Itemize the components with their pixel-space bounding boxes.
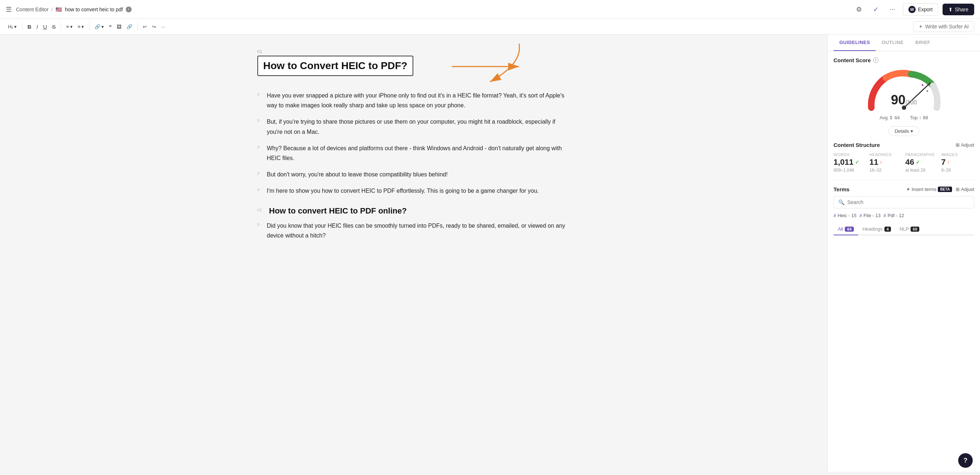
export-button[interactable]: W Export	[903, 3, 938, 16]
tab-outline[interactable]: OUTLINE	[876, 35, 910, 51]
top-label: Top ↑ 88	[910, 115, 928, 120]
para-text: Why? Because a lot of devices and platfo…	[267, 143, 570, 163]
term-tag[interactable]: #Heic - 15	[834, 213, 856, 218]
wp-icon: W	[908, 6, 916, 13]
para-tag: p	[257, 91, 262, 110]
avg-icon: ⇕	[889, 115, 893, 120]
terms-adjust-button[interactable]: ⊞ Adjust	[956, 186, 974, 192]
score-title: Content Score i	[834, 57, 974, 63]
quote-icon: ❝	[109, 24, 111, 29]
content-structure-title: Content Structure	[834, 142, 880, 148]
details-button[interactable]: Details ▾	[888, 126, 919, 136]
hyperlink-button[interactable]: 🔗	[124, 22, 135, 31]
structure-item: IMAGES 7 ↑ 9–26	[941, 152, 974, 173]
info-icon[interactable]: i	[126, 6, 132, 12]
adjust-button[interactable]: ⊞ Adjust	[956, 142, 974, 148]
struct-label: WORDS	[834, 152, 867, 157]
tab-brief[interactable]: BRIEF	[910, 35, 936, 51]
search-box: 🔍	[834, 196, 974, 209]
share-button[interactable]: ⬆ Share	[943, 4, 974, 15]
menu-icon[interactable]: ☰	[6, 5, 12, 13]
term-tag[interactable]: #Pdf - 12	[883, 213, 904, 218]
breadcrumb-sep: /	[52, 6, 53, 12]
struct-value: 11 ↑	[870, 158, 902, 167]
bold-button[interactable]: B	[25, 22, 33, 31]
sidebar-tabs: GUIDELINES OUTLINE BRIEF	[828, 35, 980, 51]
tab-guidelines[interactable]: GUIDELINES	[834, 35, 876, 51]
align-button[interactable]: ≡ ▾	[64, 22, 75, 31]
redo-button[interactable]: ↪	[150, 22, 158, 31]
toolbar-divider-1	[22, 22, 22, 30]
adjust-icon: ⊞	[956, 142, 959, 148]
quote-button[interactable]: ❝	[107, 22, 114, 31]
doc-title: how to convert heic to pdf	[65, 6, 123, 12]
svg-text:✦: ✦	[926, 89, 929, 93]
filter-tab-nlp[interactable]: NLP60	[895, 223, 924, 235]
filter-badge: 60	[911, 226, 919, 232]
settings-button[interactable]: ⚙	[853, 3, 865, 16]
h2-label: h2	[257, 206, 265, 216]
filter-tab-label: All	[838, 226, 843, 232]
up-icon: ↑	[880, 159, 882, 165]
content-structure-header: Content Structure ⊞ Adjust	[834, 142, 974, 148]
search-icon: 🔍	[838, 199, 845, 205]
toolbar-divider-2	[61, 22, 61, 30]
toolbar-divider-4	[137, 22, 138, 30]
strikethrough-button[interactable]: S	[50, 22, 58, 31]
p-label-h2: p	[257, 221, 262, 241]
editor-panel[interactable]: h1 How to Convert HEIC to PDF?	[0, 35, 827, 472]
search-input[interactable]	[847, 199, 969, 205]
score-info-icon[interactable]: i	[873, 57, 878, 63]
h1-section: h1 How to Convert HEIC to PDF?	[257, 49, 570, 83]
gauge-value: 90/100	[891, 92, 917, 108]
para-text: But, if you're trying to share those pic…	[267, 117, 570, 136]
term-tag[interactable]: #File - 13	[859, 213, 880, 218]
share-icon: ⬆	[948, 6, 953, 12]
terms-adjust-icon: ⊞	[956, 186, 959, 192]
h1-title-box[interactable]: How to Convert HEIC to PDF?	[257, 56, 413, 76]
hash-icon: #	[883, 213, 886, 218]
app-name: Content Editor	[16, 6, 49, 12]
underline-button[interactable]: U	[41, 22, 49, 31]
struct-range: 16–32	[870, 168, 902, 173]
structure-item: PARAGRAPHS 46 ✓ at least 26	[905, 152, 939, 173]
up-icon: ↑	[947, 159, 950, 165]
ai-sparkle-icon: ✦	[919, 24, 923, 29]
help-button[interactable]: ?	[958, 453, 973, 468]
insert-terms-button[interactable]: ✦ Insert terms BETA	[906, 186, 952, 192]
para-tag: p	[257, 117, 262, 136]
write-with-ai-button[interactable]: ✦ Write with Surfer AI	[913, 21, 974, 32]
hash-icon: #	[859, 213, 862, 218]
chevron-down-icon-details: ▾	[911, 128, 913, 134]
term-label: Heic - 15	[837, 213, 856, 218]
struct-range: 9–26	[941, 168, 974, 173]
top-navigation: ☰ Content Editor / 🇺🇸 how to convert hei…	[0, 0, 980, 19]
image-button[interactable]: 🖼	[115, 22, 124, 31]
paragraph-block: p Have you ever snapped a picture with y…	[257, 91, 570, 110]
struct-value: 46 ✓	[905, 158, 939, 167]
link-icon: 🔗	[94, 24, 100, 29]
avg-label: Avg ⇕ 64	[880, 115, 900, 120]
link-button[interactable]: 🔗 ▾	[92, 22, 106, 31]
structure-item: WORDS 1,011 ✓ 909–1,046	[834, 152, 867, 173]
flag-icon: 🇺🇸	[56, 6, 62, 12]
toolbar-divider-3	[89, 22, 89, 30]
sidebar-body: Content Score i	[828, 51, 980, 472]
italic-button[interactable]: I	[34, 22, 40, 31]
editor-content: h1 How to Convert HEIC to PDF?	[257, 49, 570, 241]
sidebar: GUIDELINES OUTLINE BRIEF Content Score i	[827, 35, 980, 472]
more-options-button[interactable]: ···	[886, 3, 899, 16]
para-text: Have you ever snapped a picture with you…	[267, 91, 570, 110]
undo-button[interactable]: ↩	[141, 22, 149, 31]
structure-grid: WORDS 1,011 ✓ 909–1,046 HEADINGS 11 ↑ 16…	[834, 152, 974, 173]
filter-tab-all[interactable]: All64	[834, 223, 858, 235]
gauge-container: ✦ ✦ 90/100 Avg ⇕ 64	[834, 68, 974, 120]
list-icon: ≡	[78, 24, 81, 29]
filter-tab-headings[interactable]: Headings4	[858, 223, 895, 235]
check-button[interactable]: ✓	[870, 3, 882, 16]
more-toolbar-button[interactable]: ···	[159, 22, 167, 31]
heading-selector[interactable]: H₁ ▾	[6, 22, 19, 31]
list-button[interactable]: ≡ ▾	[76, 22, 86, 31]
check-icon: ✓	[916, 159, 920, 165]
h1-title: How to Convert HEIC to PDF?	[263, 60, 407, 72]
